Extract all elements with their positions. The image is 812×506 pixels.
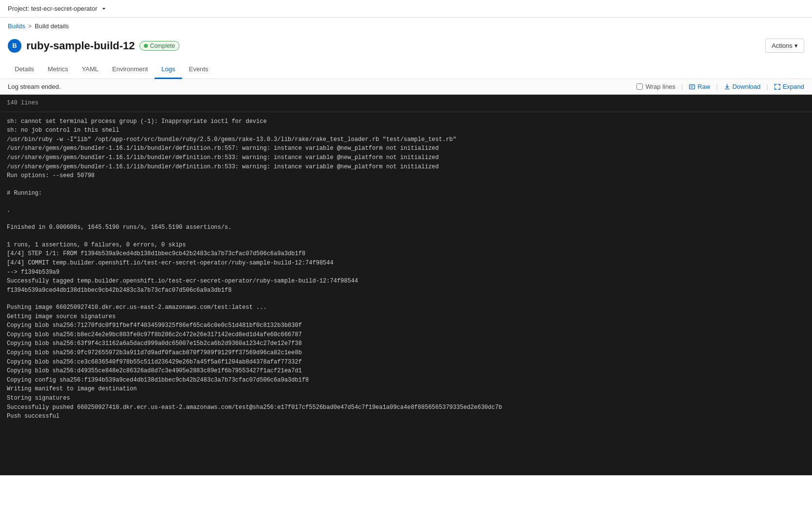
separator-3: | [767,83,768,90]
page-title: ruby-sample-build-12 [26,40,135,52]
log-line: [4/4] COMMIT temp.builder.openshift.io/t… [7,259,805,268]
log-line: Copying config sha256:f1394b539a9ced4db1… [7,376,805,385]
log-line: Getting image source signatures [7,312,805,322]
log-controls: Log stream ended. Wrap lines | Raw | Dow… [0,79,812,95]
log-line: # Running: [7,189,805,198]
separator-1: | [681,83,683,90]
tab-yaml[interactable]: YAML [75,61,105,79]
log-body: sh: cannot set terminal process group (-… [0,112,812,426]
log-line: Run options: --seed 50798 [7,171,805,181]
log-line [7,295,805,303]
raw-label: Raw [697,83,710,90]
log-line [7,232,805,241]
log-line: Copying blob sha256:b8ec24e2e9bc803fe0c9… [7,330,805,340]
log-line: Copying blob sha256:ce3c6836540f978b55c5… [7,358,805,367]
tab-metrics[interactable]: Metrics [41,61,75,79]
wrap-lines-toggle[interactable]: Wrap lines [636,83,675,90]
log-line: [4/4] STEP 1/1: FROM f1394b539a9ced4db13… [7,249,805,259]
log-line: /usr/bin/ruby -w -I"lib" /opt/app-root/s… [7,135,805,144]
actions-button[interactable]: Actions ▾ [765,39,804,53]
project-selector[interactable]: Project: test-ecr-secret-operator [8,5,107,12]
expand-link[interactable]: Expand [774,83,804,90]
log-actions: Wrap lines | Raw | Download | Expand [636,83,804,90]
log-line: Successfully tagged temp.builder.openshi… [7,277,805,286]
log-container: 140 lines sh: cannot set terminal proces… [0,95,812,475]
tab-environment[interactable]: Environment [105,61,155,79]
page-header: B ruby-sample-build-12 Complete Actions … [0,35,812,61]
log-line [7,198,805,206]
actions-chevron: ▾ [794,42,798,49]
log-line: Push successful [7,412,805,421]
log-line [7,215,805,223]
tab-details[interactable]: Details [8,61,41,79]
breadcrumb: Builds > Build details [0,18,812,35]
download-link-item: Download [724,83,761,90]
wrap-lines-label: Wrap lines [646,83,675,90]
log-line: 1 runs, 1 assertions, 0 failures, 0 erro… [7,241,805,250]
project-label: Project: test-ecr-secret-operator [8,5,98,12]
expand-label: Expand [783,83,804,90]
tab-logs[interactable]: Logs [155,61,182,79]
status-label: Complete [150,42,175,49]
wrap-lines-checkbox[interactable] [636,83,643,90]
log-line: f1394b539a9ced4db138d1bbec9cb42b2483c3a7… [7,286,805,295]
expand-icon [774,83,781,90]
log-line: Successfully pushed 660250927410.dkr.ecr… [7,403,805,412]
tabs-nav: Details Metrics YAML Environment Logs Ev… [0,61,812,79]
log-line-count: 140 lines [0,95,812,112]
log-line: Finished in 0.000608s, 1645.5190 runs/s,… [7,223,805,232]
log-line: /usr/share/gems/gems/bundler-1.16.1/lib/… [7,162,805,172]
breadcrumb-separator: > [28,22,32,30]
log-line: . [7,206,805,215]
log-line: /usr/share/gems/gems/bundler-1.16.1/lib/… [7,144,805,153]
log-line: --> f1394b539a9 [7,268,805,277]
log-line: Copying blob sha256:71270fdc0f91fbef4f40… [7,321,805,330]
log-line: sh: cannot set terminal process group (-… [7,117,805,126]
download-icon [724,83,731,90]
log-status: Log stream ended. [8,83,60,90]
svg-rect-0 [690,84,695,89]
log-line: Pushing image 660250927410.dkr.ecr.us-ea… [7,303,805,312]
actions-label: Actions [772,42,792,49]
breadcrumb-current: Build details [35,22,69,30]
download-link[interactable]: Download [724,83,761,90]
download-label: Download [733,83,761,90]
breadcrumb-builds-link[interactable]: Builds [8,22,25,30]
log-line: Storing signatures [7,394,805,403]
log-line: sh: no job control in this shell [7,126,805,135]
log-line [7,181,805,189]
status-dot [144,44,148,48]
build-icon: B [8,39,21,53]
expand-link-item: Expand [774,83,804,90]
chevron-down-icon [100,5,107,12]
log-line: Copying blob sha256:0fc972655972b3a911d7… [7,348,805,358]
status-badge: Complete [139,41,179,51]
raw-link[interactable]: Raw [689,83,710,90]
top-bar: Project: test-ecr-secret-operator [0,0,812,18]
raw-link-item: Raw [689,83,710,90]
raw-icon [689,83,695,90]
log-line: Copying blob sha256:63f9f4c31162a6a5dacd… [7,339,805,348]
separator-2: | [716,83,717,90]
tab-events[interactable]: Events [182,61,215,79]
log-line: Writing manifest to image destination [7,385,805,394]
log-line: Copying blob sha256:d49355ce848e2c86326a… [7,366,805,376]
log-line: /usr/share/gems/gems/bundler-1.16.1/lib/… [7,153,805,162]
page-header-left: B ruby-sample-build-12 Complete [8,39,179,53]
